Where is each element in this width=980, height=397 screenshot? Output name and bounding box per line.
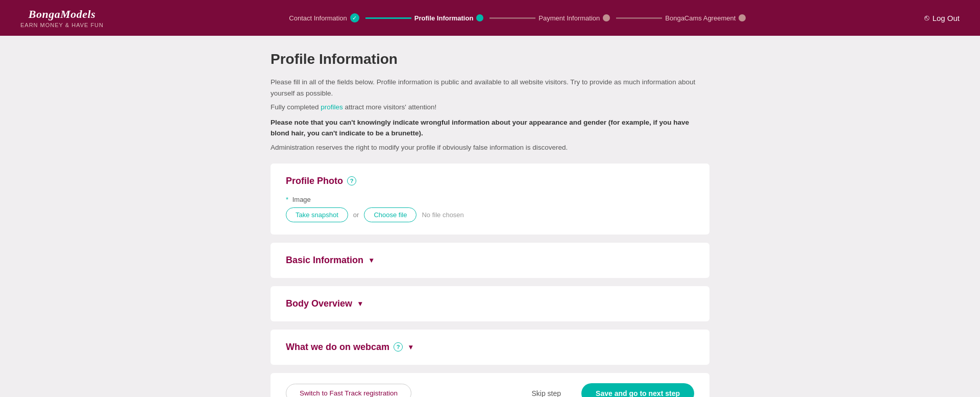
progress-area: Contact Information ✓ Profile Informatio… [134, 13, 904, 22]
body-overview-title: Body Overview [286, 298, 352, 309]
basic-info-card: Basic Information ▾ [271, 243, 709, 278]
basic-info-section: Basic Information ▾ [271, 243, 709, 278]
webcam-card: What we do on webcam ? ▾ [271, 330, 709, 365]
step-dot-bongacams [739, 14, 746, 21]
body-overview-section: Body Overview ▾ [271, 286, 709, 321]
skip-step-button[interactable]: Skip step [531, 389, 561, 397]
fast-track-button[interactable]: Switch to Fast Track registration [286, 384, 411, 397]
image-label-text: Image [292, 196, 311, 203]
step-line-2 [489, 17, 535, 19]
step-line-3 [616, 17, 662, 19]
description-1: Please fill in all of the fields below. … [271, 77, 709, 99]
step-label-payment: Payment Information [538, 14, 600, 22]
basic-info-title: Basic Information [286, 255, 363, 266]
webcam-section: What we do on webcam ? ▾ [271, 330, 709, 365]
profile-photo-title-row: Profile Photo ? [286, 176, 694, 186]
profiles-link[interactable]: profiles [321, 103, 343, 111]
no-file-chosen-text: No file chosen [422, 211, 463, 219]
body-overview-chevron: ▾ [358, 299, 362, 308]
logo-area: BongaModels Earn Money & Have Fun [20, 8, 104, 28]
header: BongaModels Earn Money & Have Fun Contac… [0, 0, 980, 36]
step-line-1 [365, 17, 411, 19]
logo-text: BongaModels [29, 8, 95, 21]
save-next-button[interactable]: Save and go to next step [581, 383, 694, 397]
step-label-bongacams: BongaCams Agreement [665, 14, 736, 22]
description-3: Please note that you can't knowingly ind… [271, 117, 709, 139]
logout-icon: ⎋ [924, 13, 929, 22]
right-actions: Skip step Save and go to next step [531, 383, 694, 397]
profile-photo-help-icon[interactable]: ? [347, 176, 356, 185]
basic-info-chevron: ▾ [370, 256, 373, 264]
footer-actions: Switch to Fast Track registration Skip s… [271, 373, 709, 397]
take-snapshot-button[interactable]: Take snapshot [286, 207, 348, 222]
webcam-title: What we do on webcam [286, 342, 389, 353]
step-dot-payment [603, 14, 610, 21]
image-field-label: * Image [286, 196, 694, 203]
logout-button[interactable]: ⎋ Log Out [924, 13, 960, 22]
or-text: or [353, 211, 359, 219]
description-3-text: Please note that you can't knowingly ind… [271, 119, 689, 137]
basic-info-title-row[interactable]: Basic Information ▾ [286, 255, 694, 266]
webcam-help-icon[interactable]: ? [394, 342, 403, 352]
step-check-contact: ✓ [350, 13, 359, 22]
profile-photo-card: Profile Photo ? * Image Take snapshot or… [271, 164, 709, 235]
logo-tagline: Earn Money & Have Fun [20, 22, 104, 28]
step-label-profile: Profile Information [414, 14, 474, 22]
required-star: * [286, 196, 288, 203]
body-overview-card: Body Overview ▾ [271, 286, 709, 321]
step-dot-profile [476, 14, 483, 21]
profile-photo-title: Profile Photo [286, 176, 343, 186]
description-4: Administration reserves the right to mod… [271, 142, 709, 153]
logout-label: Log Out [933, 14, 960, 22]
step-label-contact: Contact Information [289, 14, 347, 22]
choose-file-button[interactable]: Choose file [364, 207, 416, 222]
body-overview-title-row[interactable]: Body Overview ▾ [286, 298, 694, 309]
webcam-title-row[interactable]: What we do on webcam ? ▾ [286, 342, 694, 353]
webcam-chevron: ▾ [409, 343, 412, 351]
progress-steps: Contact Information ✓ Profile Informatio… [289, 13, 749, 22]
profile-photo-section: Profile Photo ? * Image Take snapshot or… [271, 164, 709, 235]
page-title: Profile Information [271, 51, 709, 67]
description-2: Fully completed profiles attract more vi… [271, 102, 709, 113]
file-input-row: Take snapshot or Choose file No file cho… [286, 207, 694, 222]
main-content: Profile Information Please fill in all o… [260, 36, 720, 397]
